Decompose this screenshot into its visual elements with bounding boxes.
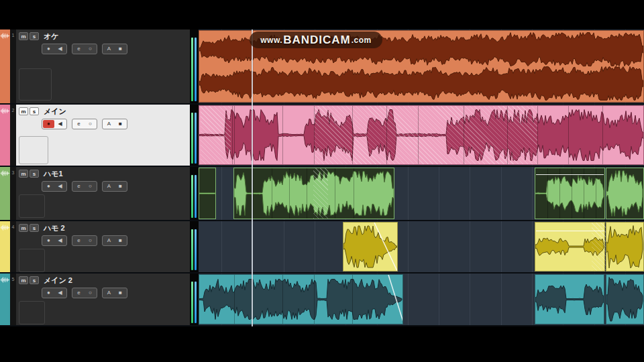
clip-section-boundary bbox=[272, 168, 272, 219]
layers-button[interactable]: ■ bbox=[115, 289, 126, 297]
automation-button[interactable]: A bbox=[103, 182, 115, 190]
playhead[interactable] bbox=[252, 29, 253, 326]
track-lane[interactable] bbox=[199, 167, 644, 220]
track-lane[interactable] bbox=[199, 105, 644, 166]
automation-button[interactable]: A bbox=[103, 120, 115, 128]
layers-button[interactable]: ■ bbox=[115, 45, 126, 53]
link-button[interactable]: ○ bbox=[85, 45, 96, 53]
monitor-icon[interactable]: ◀ bbox=[54, 237, 66, 245]
audio-clip[interactable] bbox=[606, 168, 644, 219]
audio-clip[interactable] bbox=[199, 274, 403, 324]
track-row: 3 msハモ1 ●◀e○A■ bbox=[0, 167, 644, 221]
record-arm-button[interactable]: ● bbox=[43, 237, 54, 245]
watermark-prefix: www. bbox=[260, 36, 282, 45]
audio-clip[interactable] bbox=[199, 105, 644, 165]
track-color-strip[interactable] bbox=[0, 105, 10, 166]
record-arm-button[interactable]: ● bbox=[43, 120, 54, 128]
mute-button[interactable]: m bbox=[19, 32, 28, 40]
monitor-icon[interactable]: ◀ bbox=[54, 182, 66, 190]
audio-clip[interactable] bbox=[535, 168, 605, 219]
layers-button[interactable]: ■ bbox=[115, 237, 126, 245]
track-header[interactable]: msメイン 2 ●◀e○A■ bbox=[16, 274, 190, 325]
audio-clip[interactable] bbox=[233, 168, 394, 219]
audio-clip[interactable] bbox=[535, 222, 605, 272]
level-meter bbox=[190, 274, 199, 325]
track-header-button-row: ●◀e○A■ bbox=[16, 286, 190, 300]
automation-button[interactable]: A bbox=[103, 45, 115, 53]
link-button[interactable]: ○ bbox=[85, 289, 96, 297]
track-name[interactable]: メイン 2 bbox=[44, 276, 72, 284]
edit-button[interactable]: e bbox=[73, 182, 85, 190]
track-header[interactable]: msメイン ●◀e○A■ bbox=[16, 105, 190, 166]
grid-line bbox=[470, 221, 470, 272]
mute-button[interactable]: m bbox=[19, 107, 28, 115]
mute-button[interactable]: m bbox=[19, 170, 28, 178]
edit-button[interactable]: e bbox=[73, 45, 85, 53]
solo-button[interactable]: s bbox=[30, 32, 39, 40]
audio-clip[interactable] bbox=[343, 222, 398, 272]
track-color-strip[interactable] bbox=[0, 167, 10, 220]
edit-button[interactable]: e bbox=[73, 289, 85, 297]
record-arm-button[interactable]: ● bbox=[43, 45, 54, 53]
volume-envelope-line[interactable] bbox=[536, 231, 604, 231]
edit-button[interactable]: e bbox=[73, 237, 85, 245]
track-lane[interactable] bbox=[199, 274, 644, 325]
track-color-strip[interactable] bbox=[0, 221, 10, 272]
track-thumbnail[interactable] bbox=[19, 194, 45, 218]
muted-region-hatch bbox=[314, 106, 537, 164]
track-header-top-row: msハモ1 bbox=[16, 167, 190, 179]
waveform-icon bbox=[1, 277, 9, 283]
edit-button[interactable]: e bbox=[73, 120, 85, 128]
track-lane[interactable] bbox=[199, 221, 644, 272]
track-name[interactable]: メイン bbox=[44, 107, 66, 115]
automation-button[interactable]: A bbox=[103, 237, 115, 245]
audio-clip[interactable] bbox=[199, 168, 216, 219]
track-name[interactable]: ハモ1 bbox=[44, 170, 63, 178]
track-thumbnail[interactable] bbox=[19, 68, 52, 101]
solo-button[interactable]: s bbox=[30, 170, 39, 178]
track-header-button-row: ●◀e○A■ bbox=[16, 117, 190, 131]
track-thumbnail[interactable] bbox=[19, 301, 45, 324]
track-header[interactable]: msオケ ●◀e○A■ bbox=[16, 29, 190, 103]
muted-region-hatch bbox=[201, 106, 231, 164]
track-name[interactable]: オケ bbox=[44, 32, 59, 40]
layers-button[interactable]: ■ bbox=[115, 182, 126, 190]
record-arm-button[interactable]: ● bbox=[43, 182, 54, 190]
layers-button[interactable]: ■ bbox=[115, 120, 126, 128]
monitor-icon[interactable]: ◀ bbox=[54, 120, 66, 128]
volume-envelope-line[interactable] bbox=[536, 174, 604, 175]
mute-button[interactable]: m bbox=[19, 276, 28, 284]
clip-section-boundary bbox=[234, 275, 235, 324]
solo-button[interactable]: s bbox=[30, 224, 39, 232]
track-color-strip[interactable] bbox=[0, 29, 10, 103]
solo-button[interactable]: s bbox=[30, 107, 39, 115]
clip-section-boundary bbox=[253, 168, 254, 219]
bandicam-watermark: www.BANDICAM.com bbox=[250, 32, 382, 48]
track-number: 3 bbox=[10, 167, 16, 220]
link-button[interactable]: ○ bbox=[85, 237, 96, 245]
audio-clip[interactable] bbox=[606, 274, 644, 324]
track-name[interactable]: ハモ 2 bbox=[44, 224, 65, 232]
solo-button[interactable]: s bbox=[30, 276, 39, 284]
track-header[interactable]: msハモ 2 ●◀e○A■ bbox=[16, 221, 190, 272]
link-button[interactable]: ○ bbox=[85, 182, 96, 190]
monitor-icon[interactable]: ◀ bbox=[54, 45, 66, 53]
track-thumbnail[interactable] bbox=[19, 136, 48, 164]
daw-window: 1 msオケ ●◀e○A■ 2 msメイン ●◀e○A■ bbox=[0, 0, 644, 362]
track-header[interactable]: msハモ1 ●◀e○A■ bbox=[16, 167, 190, 220]
audio-clip[interactable] bbox=[606, 222, 644, 272]
meter-blue-bar bbox=[195, 113, 197, 164]
link-button[interactable]: ○ bbox=[85, 120, 96, 128]
monitor-icon[interactable]: ◀ bbox=[54, 289, 66, 297]
automation-button[interactable]: A bbox=[103, 289, 115, 297]
automation-group: A■ bbox=[102, 181, 127, 192]
record-arm-button[interactable]: ● bbox=[43, 289, 54, 297]
audio-clip[interactable] bbox=[535, 274, 604, 324]
mute-button[interactable]: m bbox=[19, 224, 28, 232]
clip-section-boundary bbox=[537, 106, 538, 164]
track-color-strip[interactable] bbox=[0, 274, 10, 325]
edit-link-group: e○ bbox=[72, 44, 97, 54]
clip-section-boundary bbox=[282, 275, 283, 324]
grid-line bbox=[470, 167, 470, 220]
track-thumbnail[interactable] bbox=[19, 249, 45, 272]
